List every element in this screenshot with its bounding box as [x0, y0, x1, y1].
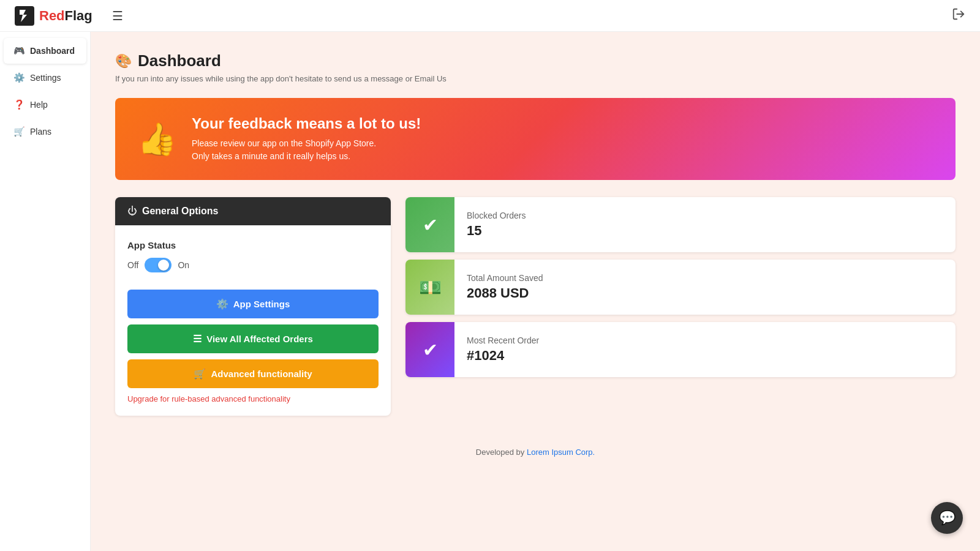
dashboard-icon: 🎮 — [13, 45, 25, 56]
app-settings-button[interactable]: ⚙️ App Settings — [127, 290, 379, 318]
stat-icon-box-amount: 💵 — [405, 260, 454, 315]
sidebar: 🎮 Dashboard ⚙️ Settings ❓ Help 🛒 Plans — [0, 32, 91, 551]
sidebar-item-dashboard[interactable]: 🎮 Dashboard — [4, 38, 86, 64]
recent-label: Most Recent Order — [467, 335, 539, 345]
recent-check-icon: ✔ — [423, 339, 438, 361]
sidebar-item-settings[interactable]: ⚙️ Settings — [4, 65, 86, 91]
amount-icon: 💵 — [419, 277, 442, 298]
card-body: App Status Off On ⚙️ App Settings ☰ View… — [115, 225, 391, 416]
stat-icon-box-recent: ✔ — [405, 322, 454, 377]
feedback-banner: 👍 Your feedback means a lot to us! Pleas… — [115, 98, 956, 180]
sidebar-item-help[interactable]: ❓ Help — [4, 92, 86, 118]
advanced-btn-icon: 🛒 — [194, 368, 206, 380]
logout-icon[interactable] — [952, 7, 965, 24]
page-subtitle: If you run into any issues while using t… — [115, 74, 956, 83]
dashboard-grid: ⏻ General Options App Status Off On ⚙️ A… — [115, 197, 956, 416]
chat-icon: 💬 — [939, 510, 956, 526]
thumbs-up-icon: 👍 — [137, 123, 177, 155]
sidebar-label-settings: Settings — [30, 73, 61, 83]
brand-logo-icon — [15, 6, 34, 26]
blocked-check-icon: ✔ — [423, 214, 438, 236]
stats-column: ✔ Blocked Orders 15 💵 Total Amount Saved… — [405, 197, 956, 377]
page-title-icon: 🎨 — [115, 53, 132, 69]
logo-area: RedFlag ☰ — [15, 6, 123, 26]
sidebar-item-plans[interactable]: 🛒 Plans — [4, 119, 86, 144]
feedback-heading: Your feedback means a lot to us! — [192, 115, 421, 132]
amount-label: Total Amount Saved — [467, 273, 543, 283]
toggle-on-label: On — [178, 260, 189, 270]
stat-icon-box-blocked: ✔ — [405, 197, 454, 252]
stat-info-amount: Total Amount Saved 2088 USD — [454, 273, 556, 301]
settings-btn-icon: ⚙️ — [216, 298, 228, 310]
view-orders-label: View All Affected Orders — [206, 334, 313, 344]
footer-text: Developed by — [476, 448, 527, 457]
settings-icon: ⚙️ — [13, 72, 25, 83]
logo-text: RedFlag — [39, 8, 92, 24]
sidebar-label-help: Help — [30, 100, 48, 110]
app-status-toggle[interactable] — [145, 258, 172, 272]
main-content: 🎨 Dashboard If you run into any issues w… — [91, 32, 980, 551]
header-right — [952, 7, 965, 24]
general-options-card: ⏻ General Options App Status Off On ⚙️ A… — [115, 197, 391, 416]
app-settings-label: App Settings — [233, 299, 290, 309]
hamburger-menu[interactable]: ☰ — [112, 9, 123, 23]
upgrade-link[interactable]: Upgrade for rule-based advanced function… — [127, 394, 379, 403]
sidebar-label-plans: Plans — [30, 127, 51, 137]
view-orders-button[interactable]: ☰ View All Affected Orders — [127, 324, 379, 353]
app-status-label: App Status — [127, 240, 379, 250]
toggle-row: Off On — [127, 258, 379, 272]
orders-btn-icon: ☰ — [193, 333, 202, 345]
stat-card-amount: 💵 Total Amount Saved 2088 USD — [405, 260, 956, 315]
card-header-title: General Options — [142, 206, 218, 217]
stat-info-blocked: Blocked Orders 15 — [454, 211, 538, 239]
page-title: Dashboard — [138, 51, 221, 70]
card-header: ⏻ General Options — [115, 197, 391, 225]
stat-card-recent: ✔ Most Recent Order #1024 — [405, 322, 956, 377]
page-title-area: 🎨 Dashboard — [115, 51, 956, 70]
blocked-label: Blocked Orders — [467, 211, 526, 220]
recent-value: #1024 — [467, 348, 539, 364]
top-header: RedFlag ☰ — [0, 0, 980, 32]
chat-bubble[interactable]: 💬 — [931, 502, 963, 534]
footer-link[interactable]: Lorem Ipsum Corp. — [527, 448, 595, 457]
advanced-label: Advanced functionality — [211, 369, 312, 379]
help-icon: ❓ — [13, 99, 25, 110]
amount-value: 2088 USD — [467, 285, 543, 301]
toggle-slider — [145, 258, 172, 272]
stat-card-blocked: ✔ Blocked Orders 15 — [405, 197, 956, 252]
feedback-text: Your feedback means a lot to us! Please … — [192, 115, 421, 163]
stat-info-recent: Most Recent Order #1024 — [454, 335, 551, 364]
power-icon: ⏻ — [127, 206, 137, 217]
advanced-button[interactable]: 🛒 Advanced functionality — [127, 359, 379, 388]
feedback-line2: Only takes a minute and it really helps … — [192, 150, 421, 163]
feedback-line1: Please review our app on the Shopify App… — [192, 137, 421, 150]
footer: Developed by Lorem Ipsum Corp. — [115, 435, 956, 469]
sidebar-label-dashboard: Dashboard — [30, 46, 75, 56]
plans-icon: 🛒 — [13, 126, 25, 137]
toggle-off-label: Off — [127, 260, 138, 270]
blocked-value: 15 — [467, 223, 526, 239]
